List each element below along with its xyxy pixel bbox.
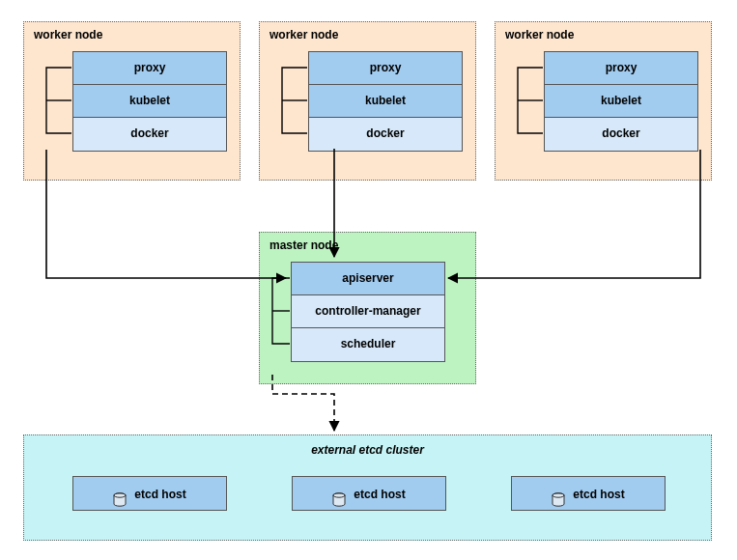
database-icon [552, 487, 565, 502]
etcd-host-label: etcd host [354, 488, 405, 501]
worker-node-1: worker node proxy kubelet docker [23, 21, 241, 181]
worker-title: worker node [34, 28, 102, 42]
kubelet-cell: kubelet [309, 85, 462, 118]
worker-stack: proxy kubelet docker [308, 51, 463, 152]
database-icon [113, 487, 127, 502]
docker-cell: docker [545, 118, 697, 151]
scheduler-cell: scheduler [292, 328, 444, 361]
worker-node-3: worker node proxy kubelet docker [495, 21, 712, 181]
database-icon [332, 487, 346, 502]
etcd-title: external etcd cluster [24, 443, 711, 457]
worker-stack: proxy kubelet docker [544, 51, 698, 152]
worker-title: worker node [269, 28, 338, 42]
master-node: master node apiserver controller-manager… [259, 232, 476, 384]
kubelet-cell: kubelet [545, 85, 697, 118]
master-stack: apiserver controller-manager scheduler [291, 262, 445, 362]
etcd-cluster: external etcd cluster etcd host etcd hos… [23, 434, 712, 541]
apiserver-cell: apiserver [292, 263, 444, 295]
worker-title: worker node [505, 28, 574, 42]
controller-manager-cell: controller-manager [292, 295, 444, 328]
etcd-host-3: etcd host [511, 476, 666, 511]
master-title: master node [269, 238, 338, 252]
docker-cell: docker [309, 118, 462, 151]
kubelet-cell: kubelet [73, 85, 226, 118]
worker-stack: proxy kubelet docker [72, 51, 227, 152]
proxy-cell: proxy [545, 52, 697, 85]
worker-node-2: worker node proxy kubelet docker [259, 21, 476, 181]
etcd-host-label: etcd host [573, 488, 624, 501]
proxy-cell: proxy [73, 52, 226, 85]
etcd-host-2: etcd host [292, 476, 446, 511]
docker-cell: docker [73, 118, 226, 151]
proxy-cell: proxy [309, 52, 462, 85]
etcd-host-1: etcd host [72, 476, 227, 511]
etcd-host-label: etcd host [134, 488, 185, 501]
